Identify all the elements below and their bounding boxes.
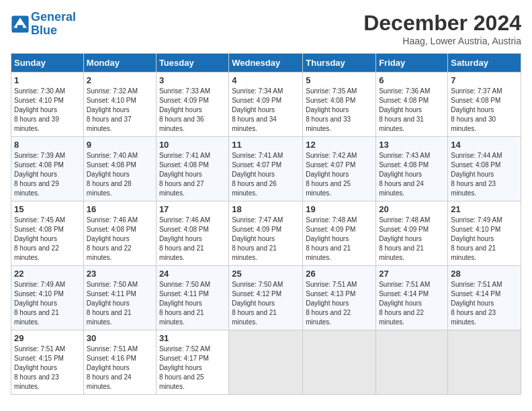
sunrise-label: Sunrise: 7:45 AM — [14, 216, 65, 224]
daylight-label: Daylight hours — [14, 300, 57, 307]
daylight-value: 8 hours and 21 minutes. — [159, 309, 204, 326]
header-sunday: Sunday — [11, 54, 84, 73]
location: Haag, Lower Austria, Austria — [363, 36, 521, 46]
day-number: 2 — [87, 75, 153, 85]
sunrise-label: Sunrise: 7:41 AM — [232, 152, 283, 159]
day-info: Sunrise: 7:46 AM Sunset: 4:08 PM Dayligh… — [159, 216, 226, 263]
sunset-label: Sunset: 4:14 PM — [451, 290, 500, 298]
sunset-label: Sunset: 4:16 PM — [87, 355, 136, 362]
header-thursday: Thursday — [303, 54, 376, 73]
sunset-label: Sunset: 4:08 PM — [306, 97, 355, 104]
daylight-value: 8 hours and 21 minutes. — [379, 244, 424, 261]
day-info: Sunrise: 7:41 AM Sunset: 4:07 PM Dayligh… — [232, 151, 300, 198]
sunset-label: Sunset: 4:12 PM — [232, 290, 281, 298]
daylight-value: 8 hours and 31 minutes. — [379, 116, 424, 132]
week-row-3: 15 Sunrise: 7:45 AM Sunset: 4:08 PM Dayl… — [11, 201, 521, 266]
daylight-value: 8 hours and 25 minutes. — [306, 180, 351, 197]
daylight-value: 8 hours and 23 minutes. — [451, 309, 496, 326]
day-info: Sunrise: 7:46 AM Sunset: 4:08 PM Dayligh… — [87, 216, 153, 263]
day-info: Sunrise: 7:40 AM Sunset: 4:08 PM Dayligh… — [87, 151, 153, 198]
day-number: 1 — [14, 75, 81, 85]
day-info: Sunrise: 7:51 AM Sunset: 4:13 PM Dayligh… — [306, 280, 373, 327]
day-info: Sunrise: 7:49 AM Sunset: 4:10 PM Dayligh… — [14, 280, 81, 327]
daylight-label: Daylight hours — [14, 364, 57, 371]
day-number: 20 — [379, 204, 445, 214]
day-number: 31 — [159, 333, 226, 343]
sunset-label: Sunset: 4:09 PM — [306, 226, 355, 233]
day-number: 10 — [159, 140, 226, 150]
day-info: Sunrise: 7:36 AM Sunset: 4:08 PM Dayligh… — [379, 87, 445, 134]
day-cell: 27 Sunrise: 7:51 AM Sunset: 4:14 PM Dayl… — [376, 266, 448, 330]
daylight-value: 8 hours and 21 minutes. — [87, 309, 132, 326]
sunset-label: Sunset: 4:08 PM — [379, 97, 429, 104]
day-number: 28 — [451, 269, 518, 279]
daylight-value: 8 hours and 21 minutes. — [232, 309, 277, 326]
sunrise-label: Sunrise: 7:30 AM — [14, 87, 65, 95]
day-info: Sunrise: 7:30 AM Sunset: 4:10 PM Dayligh… — [14, 87, 81, 134]
logo: General Blue — [11, 11, 76, 38]
day-info: Sunrise: 7:41 AM Sunset: 4:08 PM Dayligh… — [159, 151, 226, 198]
daylight-value: 8 hours and 28 minutes. — [87, 180, 132, 197]
day-cell: 26 Sunrise: 7:51 AM Sunset: 4:13 PM Dayl… — [303, 266, 376, 330]
calendar-header-row: SundayMondayTuesdayWednesdayThursdayFrid… — [11, 54, 521, 73]
day-cell: 21 Sunrise: 7:49 AM Sunset: 4:10 PM Dayl… — [448, 201, 521, 266]
day-number: 17 — [159, 204, 226, 214]
logo-text: General Blue — [31, 11, 76, 38]
day-number: 6 — [379, 75, 445, 85]
day-info: Sunrise: 7:32 AM Sunset: 4:10 PM Dayligh… — [87, 87, 153, 134]
sunrise-label: Sunrise: 7:51 AM — [379, 281, 430, 288]
sunset-label: Sunset: 4:15 PM — [14, 355, 64, 362]
daylight-label: Daylight hours — [159, 300, 202, 307]
day-info: Sunrise: 7:45 AM Sunset: 4:08 PM Dayligh… — [14, 216, 81, 263]
sunset-label: Sunset: 4:11 PM — [87, 290, 136, 298]
day-info: Sunrise: 7:33 AM Sunset: 4:09 PM Dayligh… — [159, 87, 226, 134]
day-cell: 25 Sunrise: 7:50 AM Sunset: 4:12 PM Dayl… — [229, 266, 303, 330]
day-number: 4 — [232, 75, 300, 85]
svg-rect-2 — [17, 25, 23, 32]
sunset-label: Sunset: 4:08 PM — [159, 161, 209, 169]
header-saturday: Saturday — [448, 54, 521, 73]
sunrise-label: Sunrise: 7:46 AM — [159, 216, 210, 224]
day-cell: 9 Sunrise: 7:40 AM Sunset: 4:08 PM Dayli… — [83, 137, 156, 201]
sunrise-label: Sunrise: 7:51 AM — [451, 281, 502, 288]
sunrise-label: Sunrise: 7:43 AM — [379, 152, 430, 159]
day-info: Sunrise: 7:48 AM Sunset: 4:09 PM Dayligh… — [306, 216, 373, 263]
daylight-label: Daylight hours — [87, 171, 130, 178]
day-number: 24 — [159, 269, 226, 279]
daylight-label: Daylight hours — [451, 235, 494, 242]
day-number: 15 — [14, 204, 81, 214]
daylight-label: Daylight hours — [87, 300, 130, 307]
day-cell: 30 Sunrise: 7:51 AM Sunset: 4:16 PM Dayl… — [83, 330, 156, 395]
sunrise-label: Sunrise: 7:51 AM — [87, 345, 138, 353]
sunset-label: Sunset: 4:08 PM — [379, 161, 429, 169]
day-cell: 14 Sunrise: 7:44 AM Sunset: 4:08 PM Dayl… — [448, 137, 521, 201]
day-cell: 8 Sunrise: 7:39 AM Sunset: 4:08 PM Dayli… — [11, 137, 84, 201]
day-number: 11 — [232, 140, 300, 150]
week-row-5: 29 Sunrise: 7:51 AM Sunset: 4:15 PM Dayl… — [11, 330, 521, 395]
sunset-label: Sunset: 4:08 PM — [451, 97, 500, 104]
daylight-value: 8 hours and 22 minutes. — [306, 309, 351, 326]
daylight-value: 8 hours and 25 minutes. — [159, 373, 204, 390]
daylight-label: Daylight hours — [14, 235, 57, 242]
day-cell: 5 Sunrise: 7:35 AM Sunset: 4:08 PM Dayli… — [303, 73, 376, 137]
daylight-label: Daylight hours — [379, 106, 422, 113]
day-cell: 16 Sunrise: 7:46 AM Sunset: 4:08 PM Dayl… — [83, 201, 156, 266]
sunset-label: Sunset: 4:10 PM — [87, 97, 136, 104]
daylight-value: 8 hours and 21 minutes. — [232, 244, 277, 261]
daylight-label: Daylight hours — [306, 235, 349, 242]
day-cell: 22 Sunrise: 7:49 AM Sunset: 4:10 PM Dayl… — [11, 266, 84, 330]
week-row-2: 8 Sunrise: 7:39 AM Sunset: 4:08 PM Dayli… — [11, 137, 521, 201]
day-info: Sunrise: 7:44 AM Sunset: 4:08 PM Dayligh… — [451, 151, 518, 198]
day-cell — [303, 330, 376, 395]
day-cell — [229, 330, 303, 395]
sunrise-label: Sunrise: 7:50 AM — [87, 281, 138, 288]
day-number: 14 — [451, 140, 518, 150]
sunrise-label: Sunrise: 7:33 AM — [159, 87, 210, 95]
sunset-label: Sunset: 4:09 PM — [232, 97, 281, 104]
daylight-value: 8 hours and 24 minutes. — [87, 373, 132, 390]
day-number: 9 — [87, 140, 153, 150]
month-title: December 2024 — [363, 11, 521, 36]
sunset-label: Sunset: 4:07 PM — [306, 161, 355, 169]
day-number: 16 — [87, 204, 153, 214]
day-number: 5 — [306, 75, 373, 85]
